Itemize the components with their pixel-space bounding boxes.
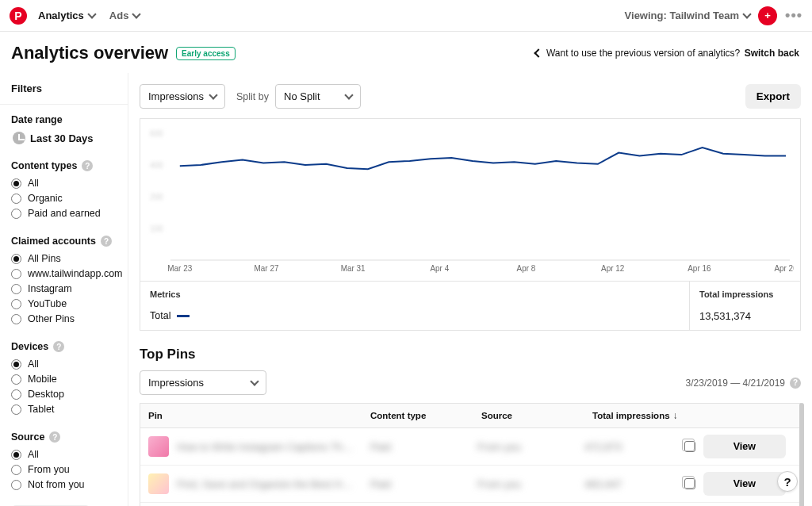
toppins-metric-value: Impressions [148, 377, 204, 389]
radio-icon [11, 269, 21, 279]
radio-source-from[interactable]: From you [11, 464, 117, 475]
radio-source-notfrom[interactable]: Not from you [11, 479, 117, 490]
copy-icon[interactable] [684, 478, 695, 489]
topbar: P Analytics Ads Viewing: Tailwind Team +… [0, 0, 812, 32]
pin-thumbnail[interactable] [148, 473, 169, 494]
radio-claimed-tailwind[interactable]: www.tailwindapp.com [11, 268, 117, 279]
radio-icon [11, 359, 21, 370]
radio-source-all[interactable]: All [11, 449, 117, 460]
top-pins-table: Pin Content type Source Total impression… [140, 403, 801, 506]
col-content-type[interactable]: Content type [362, 404, 473, 427]
create-button[interactable]: + [758, 6, 777, 25]
floating-help-button[interactable]: ? [777, 471, 798, 492]
impressions-header: Total impressions [699, 289, 791, 299]
col-pin[interactable]: Pin [140, 404, 362, 427]
nav-ads-label: Ads [109, 10, 129, 21]
help-icon[interactable]: ? [82, 160, 93, 171]
toppins-metric-select[interactable]: Impressions [140, 370, 266, 395]
page-title: Analytics overview [11, 43, 168, 63]
viewing-prefix: Viewing: [625, 10, 667, 21]
radio-icon [11, 209, 21, 219]
radio-device-tablet[interactable]: Tablet [11, 404, 117, 415]
radio-icon [11, 374, 21, 385]
view-pin-button[interactable]: View [703, 472, 786, 496]
metric-select[interactable]: Impressions [140, 84, 225, 109]
svg-text:Mar 27: Mar 27 [254, 264, 278, 273]
radio-claimed-youtube[interactable]: YouTube [11, 298, 117, 309]
chevron-left-icon [534, 48, 542, 57]
switch-back-link[interactable]: Switch back [745, 48, 799, 59]
view-pin-button[interactable]: View [703, 435, 786, 458]
content-types-label: Content types [11, 160, 77, 171]
radio-icon [11, 480, 21, 490]
metrics-summary: Metrics Total Total impressions 13,531,3… [140, 282, 801, 331]
impressions-value: 13,531,374 [699, 310, 791, 322]
more-menu-icon[interactable]: ••• [785, 7, 802, 24]
svg-text:400: 400 [150, 161, 163, 170]
chevron-down-icon [209, 90, 217, 99]
radio-device-desktop[interactable]: Desktop [11, 389, 117, 400]
radio-icon [11, 404, 21, 415]
svg-text:600: 600 [150, 129, 163, 138]
svg-text:Apr 16: Apr 16 [688, 264, 711, 273]
pin-source: From you [477, 478, 521, 490]
chevron-down-icon [87, 10, 96, 18]
radio-device-mobile[interactable]: Mobile [11, 374, 117, 385]
pin-title: How to Write Instagram Captions That Sel… [177, 441, 354, 453]
clock-icon [13, 132, 25, 144]
col-impressions[interactable]: Total impressions↓ [584, 404, 688, 427]
table-row: Making Instagram's Algorithm Work for Yo… [140, 503, 800, 506]
main-content: Impressions Split by No Split Export 600… [128, 73, 812, 506]
help-icon[interactable]: ? [49, 431, 60, 443]
chevron-down-icon [250, 377, 259, 385]
line-chart[interactable]: 600 400 200 100 Mar 23Mar 27Mar 31Apr 4A… [147, 125, 794, 276]
svg-text:Mar 23: Mar 23 [167, 264, 192, 273]
svg-text:Apr 4: Apr 4 [430, 264, 449, 273]
early-access-badge: Early access [176, 47, 236, 60]
pin-thumbnail[interactable] [148, 436, 169, 457]
radio-claimed-instagram[interactable]: Instagram [11, 283, 117, 294]
copy-icon[interactable] [684, 441, 695, 452]
metrics-total-label: Total [150, 310, 170, 321]
radio-claimed-other[interactable]: Other Pins [11, 313, 117, 324]
radio-icon [11, 465, 21, 475]
nav-ads[interactable]: Ads [109, 10, 140, 21]
pin-impressions: 463,447 [584, 478, 622, 490]
radio-device-all[interactable]: All [11, 358, 117, 370]
help-icon[interactable]: ? [790, 378, 801, 389]
nav-analytics[interactable]: Analytics [38, 10, 95, 21]
radio-icon [11, 254, 21, 264]
sort-desc-icon: ↓ [673, 410, 678, 421]
switch-back-row: Want to use the previous version of anal… [535, 48, 799, 59]
pin-source: From you [477, 441, 521, 453]
radio-content-organic[interactable]: Organic [11, 193, 117, 204]
radio-content-all[interactable]: All [11, 178, 117, 189]
pin-content-type: Paid [370, 441, 391, 453]
table-row: How to Write Instagram Captions That Sel… [140, 428, 800, 466]
split-select[interactable]: No Split [275, 84, 361, 109]
export-button[interactable]: Export [745, 84, 801, 109]
legend-line-icon [177, 315, 190, 317]
svg-text:Mar 31: Mar 31 [341, 264, 366, 273]
chart-container: 600 400 200 100 Mar 23Mar 27Mar 31Apr 4A… [140, 118, 801, 282]
scrollbar[interactable] [799, 403, 804, 506]
date-range-value: Last 30 Days [30, 132, 94, 144]
svg-text:Apr 12: Apr 12 [601, 264, 625, 273]
source-label: Source [11, 431, 44, 443]
radio-claimed-all[interactable]: All Pins [11, 253, 117, 264]
pinterest-logo-icon[interactable]: P [10, 7, 27, 25]
radio-icon [11, 450, 21, 460]
split-select-value: No Split [284, 90, 320, 102]
help-icon[interactable]: ? [101, 236, 112, 247]
svg-text:100: 100 [150, 224, 163, 233]
metric-select-value: Impressions [148, 90, 204, 102]
chevron-down-icon [344, 90, 353, 99]
viewing-value: Tailwind Team [669, 10, 739, 21]
date-range-selector[interactable]: Last 30 Days [11, 132, 117, 144]
col-source[interactable]: Source [473, 404, 584, 427]
help-icon[interactable]: ? [53, 341, 64, 352]
radio-content-paid[interactable]: Paid and earned [11, 208, 117, 219]
filters-heading: Filters [0, 73, 128, 105]
account-switcher[interactable]: Viewing: Tailwind Team [625, 10, 751, 21]
radio-icon [11, 194, 21, 204]
